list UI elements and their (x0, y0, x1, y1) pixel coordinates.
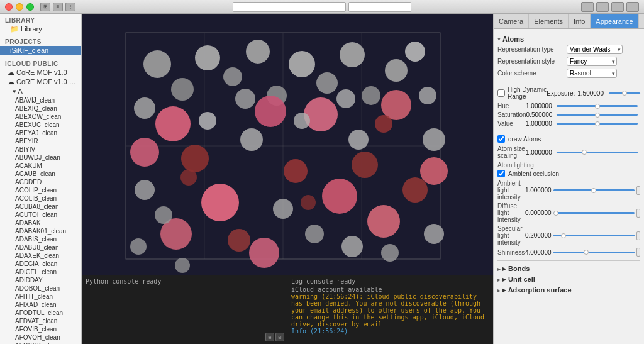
sidebar-item-abiyiv[interactable]: ABIYIV (0, 145, 81, 153)
sidebar-item-adegia[interactable]: ADEGIA_clean (0, 260, 81, 268)
exposure-slider[interactable] (609, 92, 640, 94)
hdr-checkbox[interactable] (497, 89, 505, 97)
svg-point-47 (235, 89, 255, 109)
console-icon-1[interactable]: ⊞ (265, 333, 274, 341)
atoms-section-header[interactable]: ▾ Atoms (497, 35, 640, 43)
list-view-icon[interactable]: ≡ (53, 3, 63, 11)
sidebar-item-adidday[interactable]: ADIDDAY (0, 276, 81, 284)
ambient-occlusion-checkbox[interactable] (497, 170, 505, 177)
saturation-slider[interactable] (557, 114, 638, 116)
window-btn-2[interactable] (596, 2, 609, 12)
shininess-slider[interactable] (553, 252, 635, 253)
diffuse-light-slider[interactable] (553, 212, 635, 214)
hue-value: 1.000000 (526, 103, 554, 109)
sidebar-item-adaxek[interactable]: ADAXEK_clean (0, 252, 81, 260)
adsorption-section-header[interactable]: ▸ ▸ Adsorption surface (497, 286, 640, 294)
console-icon-2[interactable]: ⊡ (275, 333, 284, 341)
sidebar-item-acaub[interactable]: ACAUB_clean (0, 170, 81, 178)
window-btn-1[interactable] (581, 2, 594, 12)
tab-info[interactable]: Info (569, 14, 591, 28)
sidebar-item-afitit[interactable]: AFITIT_clean (0, 292, 81, 301)
atom-size-label: Atom size scaling (497, 145, 526, 159)
tab-appearance[interactable]: Appearance (591, 14, 638, 28)
window-btn-3[interactable] (611, 2, 624, 12)
svg-point-20 (304, 97, 338, 131)
representation-type-label: Representation type (497, 46, 567, 53)
sidebar-item-abavij[interactable]: ABAVIJ_clean (0, 96, 81, 104)
shininess-value: 4.000000 (525, 249, 552, 256)
sidebar-item-acdded[interactable]: ACDDED (0, 178, 81, 186)
sidebar-item-core-mof[interactable]: ☁ CoRE MOF v1.0 (0, 68, 81, 77)
atoms-section-label: Atoms (502, 35, 524, 43)
svg-point-41 (199, 112, 216, 130)
minimize-button[interactable] (16, 3, 23, 11)
sidebar-item-core-mof-ddec[interactable]: ☁ CoRE MOF v1.0 DDEC (0, 77, 81, 87)
log-console[interactable]: Log console ready iCloud account availab… (287, 275, 493, 344)
hue-slider[interactable] (557, 105, 638, 107)
representation-style-dropdown[interactable]: Fancy Flat Glossy (567, 57, 617, 66)
sidebar-item-library[interactable]: 📁 Library (0, 25, 81, 34)
window-btn-4[interactable] (626, 2, 639, 12)
specular-light-label: Specular light intensity (497, 225, 525, 246)
python-console[interactable]: Python console ready ⊞ ⊡ (82, 275, 287, 344)
tab-elements[interactable]: Elements (529, 14, 569, 28)
tab-ca[interactable]: Ca (639, 14, 644, 28)
sidebar-item-afdvat[interactable]: AFDVAT_clean (0, 317, 81, 325)
sidebar-item-acolib[interactable]: ACOLIB_clean (0, 194, 81, 203)
color-scheme-select[interactable]: Rasmol CPK Element (567, 69, 617, 78)
draw-atoms-label: draw Atoms (508, 136, 541, 143)
search-input-2[interactable] (348, 2, 411, 12)
color-scheme-dropdown[interactable]: Rasmol CPK Element (567, 69, 617, 78)
draw-atoms-checkbox[interactable] (497, 135, 505, 143)
sidebar-item-afodtul[interactable]: AFODTUL_clean (0, 309, 81, 317)
value-slider[interactable] (557, 123, 638, 125)
representation-style-select[interactable]: Fancy Flat Glossy (567, 57, 617, 66)
representation-type-dropdown[interactable]: Van der Waals Ball and Stick Licorice (567, 45, 623, 54)
representation-type-select[interactable]: Van der Waals Ball and Stick Licorice (567, 45, 623, 54)
sidebar-item-afovib[interactable]: AFOVIB_clean (0, 325, 81, 333)
tree-view-icon[interactable]: ⋮ (65, 3, 75, 11)
atom-size-slider[interactable] (557, 152, 638, 153)
svg-point-26 (181, 145, 209, 172)
sidebar-item-afovoh[interactable]: AFOVOH_clean (0, 333, 81, 341)
sidebar-item-afoyok[interactable]: AFOYOK_clean (0, 341, 81, 344)
sidebar-item-abexow[interactable]: ABEXOW_clean (0, 113, 81, 121)
ambient-light-slider[interactable] (553, 189, 635, 191)
specular-light-slider[interactable] (553, 235, 635, 236)
sidebar-item-abexiq[interactable]: ABEXIQ_clean (0, 104, 81, 113)
grid-view-icon[interactable]: ⊞ (40, 3, 50, 11)
sidebar-item-abexuc[interactable]: ABEXUC_clean (0, 121, 81, 129)
svg-point-32 (155, 206, 172, 224)
sidebar-item-acutoi[interactable]: ACUTOI_clean (0, 211, 81, 219)
sidebar-item-adigel[interactable]: ADIGEL_clean (0, 268, 81, 276)
fullscreen-button[interactable] (26, 3, 34, 11)
sidebar-item-acuba8[interactable]: ACUBA8_clean (0, 203, 81, 211)
sidebar-item-abeyaj[interactable]: ABEYAJ_clean (0, 129, 81, 137)
sidebar-item-abuwdj[interactable]: ABUWDJ_clean (0, 153, 81, 162)
tab-camera[interactable]: Camera (494, 14, 529, 28)
bonds-section-label: ▸ Bonds (502, 265, 530, 273)
sidebar-item-adabis[interactable]: ADABIS_clean (0, 235, 81, 243)
bonds-section-header[interactable]: ▸ ▸ Bonds (497, 265, 640, 273)
svg-point-17 (405, 42, 425, 62)
viewport[interactable] (82, 14, 493, 275)
sidebar-item-folder-a[interactable]: ▾ A (0, 87, 81, 96)
svg-point-8 (195, 45, 220, 70)
sidebar-item-adabak[interactable]: ADABAK (0, 219, 81, 227)
search-input[interactable] (233, 2, 346, 12)
sidebar-item-afixad[interactable]: AFIXAD_clean (0, 301, 81, 309)
sidebar-item-isikif[interactable]: iSiKiF_clean (0, 46, 81, 55)
sidebar-item-adabu8[interactable]: ADABU8_clean (0, 243, 81, 252)
hdr-label: High Dynamic Range (508, 86, 547, 100)
sidebar-item-acakum[interactable]: ACAKUM (0, 162, 81, 170)
sidebar-item-acolip[interactable]: ACOLIP_clean (0, 186, 81, 194)
svg-point-16 (385, 59, 408, 82)
draw-atoms-row: draw Atoms (497, 135, 640, 143)
unit-cell-section-header[interactable]: ▸ ▸ Unit cell (497, 275, 640, 284)
sidebar-item-adobol[interactable]: ADOBOL_clean (0, 284, 81, 292)
sidebar-item-adabak01[interactable]: ADABAK01_clean (0, 227, 81, 235)
close-button[interactable] (5, 3, 13, 11)
shininess-label: Shininess (497, 249, 525, 256)
sidebar-item-abeyir[interactable]: ABEYIR (0, 137, 81, 145)
ambient-light-box (636, 186, 640, 195)
